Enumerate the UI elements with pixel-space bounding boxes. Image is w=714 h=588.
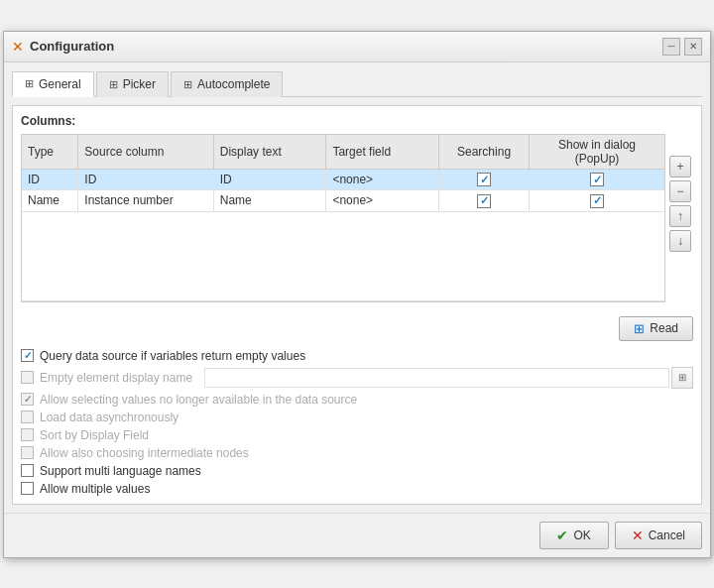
multiple-values-checkbox[interactable] [21,482,34,495]
option-row-8: Allow multiple values [21,482,693,496]
ok-icon: ✔ [556,528,568,543]
footer: ✔ OK ✕ Cancel [4,513,710,557]
cell-searching[interactable] [439,190,530,212]
columns-table-container: Type Source column Display text Target f… [21,134,665,310]
cancel-icon: ✕ [632,528,644,543]
cell-source: ID [78,169,213,190]
option-row-1: Query data source if variables return em… [21,349,693,363]
intermediate-nodes-label: Allow also choosing intermediate nodes [40,446,249,460]
query-data-source-label: Query data source if variables return em… [40,349,305,363]
empty-element-input[interactable] [204,368,669,388]
move-down-button[interactable]: ↓ [669,230,691,252]
tab-picker-label: Picker [123,77,156,91]
columns-table-wrapper: Type Source column Display text Target f… [21,134,665,302]
title-bar-left: ✕ Configuration [12,39,114,55]
multiple-values-label: Allow multiple values [40,482,150,496]
cell-display: ID [213,169,326,190]
table-section: Type Source column Display text Target f… [21,134,693,310]
option-row-7: Support multi language names [21,464,693,478]
cell-type: Name [22,190,78,212]
ok-button[interactable]: ✔ OK [539,522,609,549]
show-dialog-checkbox-1[interactable] [590,173,604,186]
read-icon: ⊞ [634,321,645,336]
cell-show[interactable] [530,169,664,190]
tab-general[interactable]: ⊞ General [12,71,94,97]
option-row-5: Sort by Display Field [21,428,693,442]
window-title: Configuration [30,39,114,54]
empty-element-input-group: ⊞ [204,367,693,389]
empty-element-field-button[interactable]: ⊞ [671,367,693,389]
cell-type: ID [22,169,78,190]
cell-source: Instance number [78,190,213,212]
col-source: Source column [78,135,213,170]
table-row-empty [22,211,664,300]
minimize-button[interactable]: ─ [662,38,680,56]
option-row-2: Empty element display name ⊞ [21,367,693,389]
empty-element-label: Empty element display name [40,371,198,385]
tab-general-label: General [39,77,81,91]
header-row: Type Source column Display text Target f… [22,135,664,170]
query-data-source-checkbox[interactable] [21,349,34,362]
title-bar: ✕ Configuration ─ ✕ [4,32,710,62]
ok-button-label: OK [573,529,590,542]
multi-language-checkbox[interactable] [21,464,34,477]
configuration-window: ✕ Configuration ─ ✕ ⊞ General ⊞ Picker ⊞… [3,31,711,558]
app-icon: ✕ [12,39,24,55]
allow-selecting-checkbox[interactable] [21,393,34,406]
cell-show[interactable] [530,190,664,212]
searching-checkbox-1[interactable] [477,173,491,186]
picker-tab-icon: ⊞ [109,78,118,91]
table-row[interactable]: Name Instance number Name <none> [22,190,664,212]
intermediate-nodes-checkbox[interactable] [21,446,34,459]
tab-autocomplete-label: Autocomplete [197,77,270,91]
read-section: ⊞ Read [21,316,693,341]
option-row-4: Load data asynchronously [21,411,693,424]
cell-display: Name [213,190,326,212]
columns-label: Columns: [21,114,693,128]
tab-picker[interactable]: ⊞ Picker [96,71,169,97]
general-tab-icon: ⊞ [25,77,34,90]
empty-cell [22,211,664,300]
cell-target: <none> [326,169,439,190]
cell-target: <none> [326,190,439,212]
load-async-checkbox[interactable] [21,411,34,423]
add-row-button[interactable]: + [669,156,691,177]
table-side-buttons: + − ↑ ↓ [669,134,693,310]
option-row-3: Allow selecting values no longer availab… [21,393,693,407]
window-body: ⊞ General ⊞ Picker ⊞ Autocomplete Column… [4,62,710,513]
general-tab-content: Columns: Type Source column Display text… [12,105,702,505]
autocomplete-tab-icon: ⊞ [183,78,192,91]
sort-display-checkbox[interactable] [21,428,34,441]
cancel-button[interactable]: ✕ Cancel [615,522,702,549]
read-button-label: Read [650,321,678,335]
searching-checkbox-2[interactable] [477,194,491,208]
option-row-6: Allow also choosing intermediate nodes [21,446,693,460]
col-display: Display text [213,135,326,170]
show-dialog-checkbox-2[interactable] [590,194,604,208]
tab-autocomplete[interactable]: ⊞ Autocomplete [171,71,283,97]
table-row[interactable]: ID ID ID <none> [22,169,664,190]
remove-row-button[interactable]: − [669,180,691,202]
allow-selecting-label: Allow selecting values no longer availab… [40,393,357,407]
table-body: ID ID ID <none> [22,169,664,300]
empty-element-checkbox[interactable] [21,371,34,384]
col-target: Target field [326,135,439,170]
col-show: Show in dialog (PopUp) [530,135,664,170]
cell-searching[interactable] [439,169,530,190]
col-searching: Searching [439,135,530,170]
cancel-button-label: Cancel [649,529,685,542]
window-controls: ─ ✕ [662,38,702,56]
read-button[interactable]: ⊞ Read [619,316,693,341]
tab-bar: ⊞ General ⊞ Picker ⊞ Autocomplete [12,70,702,97]
columns-table: Type Source column Display text Target f… [22,135,664,301]
col-type: Type [22,135,78,170]
multi-language-label: Support multi language names [40,464,201,478]
sort-display-label: Sort by Display Field [40,428,149,442]
move-up-button[interactable]: ↑ [669,205,691,227]
options-section: Query data source if variables return em… [21,349,693,496]
close-button[interactable]: ✕ [684,38,702,56]
table-header: Type Source column Display text Target f… [22,135,664,170]
load-async-label: Load data asynchronously [40,411,178,424]
